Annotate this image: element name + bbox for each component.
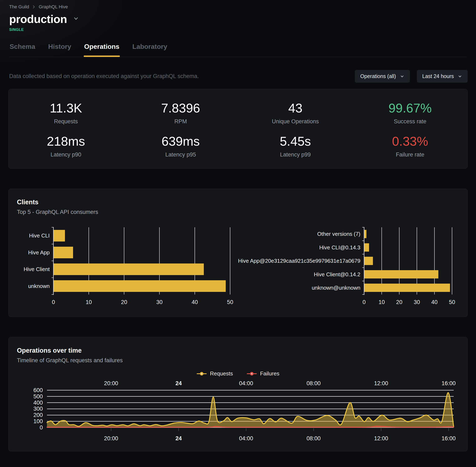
svg-text:300: 300: [33, 406, 43, 412]
stat-unique-operations: 43 Unique Operations: [238, 101, 353, 125]
svg-text:Hive App: Hive App: [28, 250, 50, 255]
svg-text:600: 600: [33, 387, 43, 393]
svg-text:400: 400: [33, 400, 43, 406]
breadcrumb-org[interactable]: The Guild: [9, 4, 29, 10]
svg-text:Hive App@20e3129caa921c35e9979: Hive App@20e3129caa921c35e9979631e17a067…: [238, 258, 360, 264]
svg-text:100: 100: [33, 418, 43, 424]
ops-card-subtitle: Timeline of GraphQL requests and failure…: [17, 357, 459, 364]
svg-text:Hive Client: Hive Client: [24, 266, 50, 272]
time-range-select[interactable]: Last 24 hours: [417, 70, 468, 83]
svg-text:40: 40: [192, 299, 198, 305]
svg-text:Hive Client@0.14.2: Hive Client@0.14.2: [314, 272, 360, 277]
ops-card-title: Operations over time: [17, 347, 459, 354]
tab-operations[interactable]: Operations: [84, 43, 120, 57]
svg-text:Hive CLI: Hive CLI: [29, 233, 50, 238]
tab-bar: Schema History Operations Laboratory: [9, 43, 467, 57]
operations-filter-select[interactable]: Operations (all): [355, 70, 410, 83]
svg-text:10: 10: [379, 299, 385, 305]
svg-text:30: 30: [156, 299, 163, 305]
stat-latency-p90: 218ms Latency p90: [9, 134, 123, 158]
stat-latency-p95: 639ms Latency p95: [123, 134, 238, 158]
chevron-down-icon: [400, 74, 404, 79]
svg-text:04:00: 04:00: [239, 380, 253, 387]
tab-history[interactable]: History: [48, 43, 72, 57]
legend-item-failures[interactable]: Failures: [247, 370, 279, 377]
svg-text:30: 30: [414, 299, 420, 305]
svg-text:20:00: 20:00: [104, 380, 118, 387]
legend-item-requests[interactable]: Requests: [197, 370, 233, 377]
svg-text:20: 20: [396, 299, 402, 305]
time-range-value: Last 24 hours: [422, 73, 454, 79]
clients-by-version-chart: Other versions (7)Hive CLI@0.14.3Hive Ap…: [238, 227, 459, 308]
svg-text:unknown: unknown: [28, 283, 50, 289]
breadcrumb-separator-icon: [32, 5, 36, 9]
page-title: production: [9, 13, 67, 26]
stats-summary-card: 11.3K Requests 7.8396 RPM 43 Unique Oper…: [8, 89, 468, 169]
svg-text:24: 24: [175, 380, 182, 387]
top-header: The Guild GraphQL Hive production SINGLE…: [0, 0, 476, 57]
svg-text:08:00: 08:00: [306, 435, 321, 441]
svg-text:24: 24: [175, 435, 182, 441]
svg-text:0: 0: [363, 299, 366, 305]
svg-text:500: 500: [33, 393, 43, 400]
requests-series-marker-icon: [197, 371, 207, 376]
stat-failure-rate: 0.33% Failure rate: [353, 134, 468, 158]
svg-text:20:00: 20:00: [104, 435, 118, 441]
clients-by-name-chart: Hive CLIHive AppHive Clientunknown010203…: [17, 227, 238, 308]
breadcrumb: The Guild GraphQL Hive: [9, 4, 467, 10]
stat-latency-p99: 5.45s Latency p99: [238, 134, 353, 158]
tab-laboratory[interactable]: Laboratory: [132, 43, 168, 57]
timeline-legend: Requests Failures: [17, 370, 459, 377]
breadcrumb-project[interactable]: GraphQL Hive: [39, 4, 68, 10]
svg-text:04:00: 04:00: [239, 435, 253, 441]
failures-series-marker-icon: [247, 371, 257, 376]
svg-text:50: 50: [227, 299, 233, 305]
clients-card-title: Clients: [17, 198, 459, 206]
stat-success-rate: 99.67% Success rate: [353, 101, 468, 125]
operations-timeline-chart: 010020030040050060020:0020:00242404:0004…: [17, 380, 467, 443]
svg-text:10: 10: [86, 299, 92, 305]
page-description: Data collected based on operation execut…: [8, 73, 199, 79]
svg-text:20: 20: [121, 299, 127, 305]
svg-text:unknown@unknown: unknown@unknown: [312, 285, 360, 291]
svg-text:Hive CLI@0.14.3: Hive CLI@0.14.3: [319, 245, 360, 250]
stat-requests: 11.3K Requests: [9, 101, 123, 125]
main-content: Data collected based on operation execut…: [0, 70, 476, 460]
svg-text:200: 200: [33, 412, 43, 418]
svg-text:0: 0: [40, 424, 43, 431]
chevron-down-icon: [458, 74, 462, 79]
svg-text:50: 50: [449, 299, 455, 305]
target-selector-chevron-icon[interactable]: [73, 15, 79, 23]
svg-text:12:00: 12:00: [374, 380, 388, 387]
svg-text:12:00: 12:00: [374, 435, 388, 441]
clients-card-subtitle: Top 5 - GraphQL API consumers: [17, 209, 459, 215]
svg-text:08:00: 08:00: [306, 380, 321, 387]
clients-card: Clients Top 5 - GraphQL API consumers Hi…: [8, 189, 468, 317]
target-mode-badge: SINGLE: [9, 27, 467, 32]
svg-text:Other versions (7): Other versions (7): [317, 231, 360, 237]
svg-text:16:00: 16:00: [442, 380, 456, 387]
operations-over-time-card: Operations over time Timeline of GraphQL…: [8, 337, 468, 451]
svg-text:0: 0: [52, 299, 55, 305]
operations-filter-value: Operations (all): [360, 73, 396, 79]
svg-text:40: 40: [431, 299, 437, 305]
svg-text:16:00: 16:00: [442, 435, 456, 441]
tab-schema[interactable]: Schema: [9, 43, 36, 57]
stat-rpm: 7.8396 RPM: [123, 101, 238, 125]
